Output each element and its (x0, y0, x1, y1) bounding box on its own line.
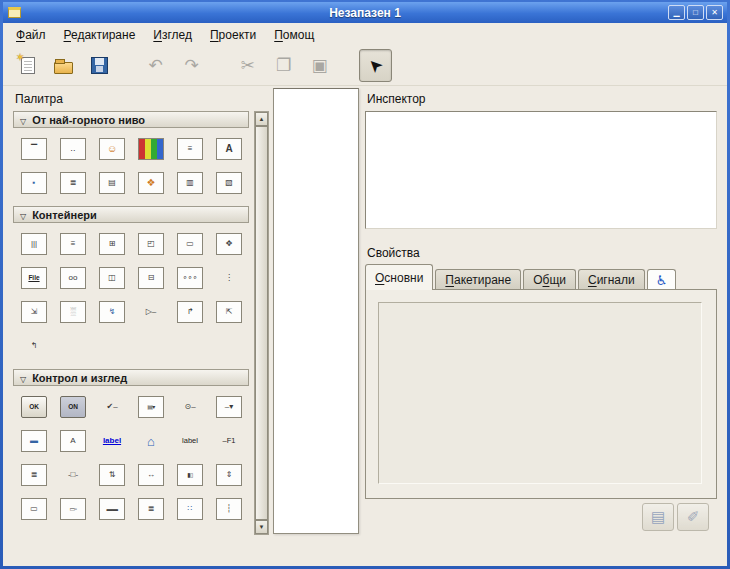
undo-button[interactable] (139, 49, 172, 82)
hbuttonbox-icon[interactable]: ∘∘∘ (177, 267, 203, 289)
file-selection-dialog-icon[interactable]: ≡ (177, 138, 203, 160)
fixed-icon[interactable]: ✥ (216, 233, 242, 255)
text-entry-icon[interactable]: A (60, 430, 86, 452)
entry-completion-icon[interactable]: ▭ (21, 498, 47, 520)
assistant-icon[interactable]: ▧ (216, 172, 242, 194)
font-selection-dialog-icon[interactable]: A (216, 138, 242, 160)
frame-icon[interactable]: ▭ (177, 233, 203, 255)
tab-signals[interactable]: Сигнали (578, 269, 645, 290)
window-icon[interactable]: ▔ (21, 138, 47, 160)
input-dialog-icon[interactable]: ≣ (60, 172, 86, 194)
dialog-icon[interactable]: ‥ (60, 138, 86, 160)
accel-label-icon[interactable]: –F1 (216, 430, 242, 452)
label-icon[interactable]: label (177, 430, 203, 452)
hpaned-icon[interactable]: ◫ (99, 267, 125, 289)
paste-button[interactable] (303, 49, 336, 82)
palette-scrollbar[interactable]: ▲ ▼ (254, 111, 269, 535)
viewport-icon[interactable]: ░ (60, 301, 86, 323)
save-button[interactable] (83, 49, 116, 82)
menu-file[interactable]: Файл (7, 23, 55, 46)
menubar: Файл Редактиране Изглед Проекти Помощ (3, 23, 727, 46)
color-selection-dialog-icon[interactable] (138, 138, 164, 160)
design-canvas[interactable] (273, 88, 359, 534)
scrollbar-thumb[interactable] (255, 126, 268, 520)
vbuttonbox-icon[interactable]: ⋮ (216, 267, 242, 289)
vbox-icon[interactable]: ≡ (60, 233, 86, 255)
color-picker-dialog-icon[interactable]: ❖ (138, 172, 164, 194)
menu-view[interactable]: Изглед (144, 23, 201, 46)
section-expander-icon (20, 114, 26, 126)
tab-packing[interactable]: Пакетиране (435, 269, 521, 290)
selector-tool-button[interactable] (359, 49, 392, 82)
minimize-button[interactable]: ▁ (668, 5, 685, 20)
menu-help[interactable]: Помощ (265, 23, 323, 46)
properties-editor-button[interactable]: ▤ (642, 503, 674, 531)
tab-accessibility[interactable]: ♿ (647, 269, 677, 290)
new-document-icon (21, 57, 35, 74)
progress-bar-icon[interactable]: ▮▯ (177, 464, 203, 486)
alignment-icon[interactable]: ↰ (21, 335, 47, 357)
properties-editor-icon: ▤ (651, 508, 665, 526)
palette-section-controls[interactable]: Контрол и изглед (13, 369, 249, 386)
option-menu-icon[interactable]: –▾ (216, 396, 242, 418)
toggle-button-icon[interactable]: ON (60, 396, 86, 418)
hscale-icon[interactable]: -□- (60, 464, 86, 486)
handle-box-icon[interactable]: ↱ (177, 301, 203, 323)
copy-button[interactable] (267, 49, 300, 82)
edit-button[interactable]: ✐ (677, 503, 709, 531)
custom-widget-icon[interactable]: ↯ (99, 301, 125, 323)
message-dialog-icon[interactable]: ▪ (21, 172, 47, 194)
image-icon[interactable]: ⌂ (138, 430, 164, 452)
palette-section-containers[interactable]: Контейнери (13, 206, 249, 223)
redo-button[interactable] (175, 49, 208, 82)
main-area: Палитра От най-горното ниво ▔‥☺≡A▪≣▤❖▥▧ … (3, 86, 727, 566)
table-icon[interactable]: ⊞ (99, 233, 125, 255)
hscrollbar-icon[interactable]: ↔ (138, 464, 164, 486)
edit-pencil-icon: ✐ (687, 508, 700, 526)
menu-edit[interactable]: Редактиране (55, 23, 145, 46)
combo-box-entry-icon[interactable]: ▬ (21, 430, 47, 452)
vscrollbar-icon[interactable]: ⇕ (216, 464, 242, 486)
properties-empty-panel (378, 302, 702, 484)
list-icon[interactable]: ≣ (138, 498, 164, 520)
vpaned-icon[interactable]: ⊟ (138, 267, 164, 289)
maximize-button[interactable]: □ (687, 5, 704, 20)
toolbar-icon[interactable]: oo (60, 267, 86, 289)
palette-section-toplevels[interactable]: От най-горното ниво (13, 111, 249, 128)
text-view-icon[interactable]: ≣ (21, 464, 47, 486)
cut-button[interactable] (231, 49, 264, 82)
open-button[interactable] (47, 49, 80, 82)
cut-scissors-icon (240, 57, 254, 74)
vscale-icon[interactable]: ▬▬ (99, 498, 125, 520)
check-button-icon[interactable]: ✔– (99, 396, 125, 418)
inspector-view[interactable] (365, 111, 717, 229)
radio-button-icon[interactable]: ⊙– (177, 396, 203, 418)
new-button[interactable] (11, 49, 44, 82)
icon-view-icon[interactable]: ∷ (177, 498, 203, 520)
hbox-icon[interactable]: ||| (21, 233, 47, 255)
font-chooser-dialog-icon[interactable]: ▥ (177, 172, 203, 194)
menu-projects[interactable]: Проекти (201, 23, 265, 46)
expander-icon[interactable]: ▷– (138, 301, 164, 323)
scrolled-window-icon[interactable]: ⇲ (21, 301, 47, 323)
tab-common[interactable]: Общи (523, 269, 576, 290)
close-button[interactable]: ✕ (706, 5, 723, 20)
menubar-icon[interactable]: File (21, 267, 47, 289)
notebook-icon[interactable]: ◰ (138, 233, 164, 255)
undo-icon (148, 57, 162, 74)
palette-grid-controls: OKON✔–▤▾⊙––▾▬Alabel⌂label–F1≣-□-⇅↔▮▯⇕▭▭▫… (21, 396, 251, 520)
spin-button-icon[interactable]: ⇅ (99, 464, 125, 486)
window-menu-icon[interactable] (8, 7, 21, 18)
copy-icon (276, 57, 291, 74)
vseparator-icon[interactable]: ┆ (216, 498, 242, 520)
scroll-up-icon[interactable]: ▲ (255, 112, 268, 126)
tab-general[interactable]: Основни (365, 264, 433, 290)
hseparator-icon[interactable]: ▭▫ (60, 498, 86, 520)
link-button-icon[interactable]: label (99, 430, 125, 452)
scroll-down-icon[interactable]: ▼ (255, 520, 268, 534)
button-icon[interactable]: OK (21, 396, 47, 418)
about-dialog-icon[interactable]: ☺ (99, 138, 125, 160)
aspect-frame-icon[interactable]: ⇱ (216, 301, 242, 323)
file-chooser-dialog-icon[interactable]: ▤ (99, 172, 125, 194)
combo-box-icon[interactable]: ▤▾ (138, 396, 164, 418)
